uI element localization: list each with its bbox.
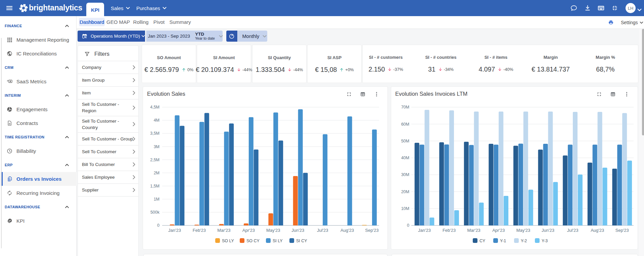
svg-text:Aug'23: Aug'23: [591, 228, 604, 233]
svg-text:Sep'23: Sep'23: [615, 228, 629, 233]
svg-text:Jun'23: Jun'23: [291, 228, 304, 233]
svg-text:Mar'23: Mar'23: [467, 228, 480, 233]
svg-text:500k: 500k: [150, 210, 160, 215]
svg-text:Apr'23: Apr'23: [492, 228, 505, 233]
svg-text:SI LY: SI LY: [273, 239, 283, 243]
svg-text:CY: CY: [479, 239, 486, 243]
svg-text:10M: 10M: [401, 206, 409, 211]
svg-text:60M: 60M: [401, 122, 409, 127]
svg-text:Jul'23: Jul'23: [567, 228, 579, 233]
svg-text:Apr'23: Apr'23: [242, 228, 255, 233]
svg-text:SI CY: SI CY: [296, 239, 307, 243]
svg-text:Y-1: Y-1: [500, 239, 506, 243]
svg-text:Feb'23: Feb'23: [443, 228, 456, 233]
svg-text:Y-2: Y-2: [521, 239, 527, 243]
svg-text:Y-3: Y-3: [542, 239, 548, 243]
svg-text:1M: 1M: [154, 197, 159, 202]
svg-text:SO CY: SO CY: [246, 239, 260, 243]
svg-text:Aug'23: Aug'23: [340, 228, 354, 233]
svg-text:3M: 3M: [154, 144, 159, 149]
svg-text:2M: 2M: [154, 171, 159, 175]
svg-text:0: 0: [407, 223, 409, 228]
svg-text:Jan'23: Jan'23: [418, 228, 431, 233]
svg-text:70M: 70M: [401, 105, 409, 110]
svg-text:40M: 40M: [401, 156, 409, 160]
svg-text:4M: 4M: [154, 118, 159, 123]
svg-text:Jul'23: Jul'23: [317, 228, 328, 233]
svg-text:SO LY: SO LY: [222, 239, 234, 243]
svg-text:1,5M: 1,5M: [150, 184, 159, 188]
svg-text:May'23: May'23: [516, 228, 531, 233]
svg-text:4,5M: 4,5M: [150, 105, 159, 110]
svg-text:Feb'23: Feb'23: [193, 228, 206, 233]
svg-text:2,5M: 2,5M: [150, 158, 159, 162]
svg-text:Sep'23: Sep'23: [365, 228, 379, 233]
svg-text:May'23: May'23: [266, 228, 280, 233]
svg-text:0: 0: [157, 223, 159, 228]
svg-text:Jan'23: Jan'23: [168, 228, 181, 233]
svg-text:Mar'23: Mar'23: [217, 228, 230, 233]
svg-text:20M: 20M: [401, 189, 409, 194]
svg-text:3,5M: 3,5M: [150, 131, 159, 136]
svg-text:50M: 50M: [401, 139, 409, 143]
svg-text:30M: 30M: [401, 172, 409, 177]
svg-text:Jun'23: Jun'23: [542, 228, 554, 233]
